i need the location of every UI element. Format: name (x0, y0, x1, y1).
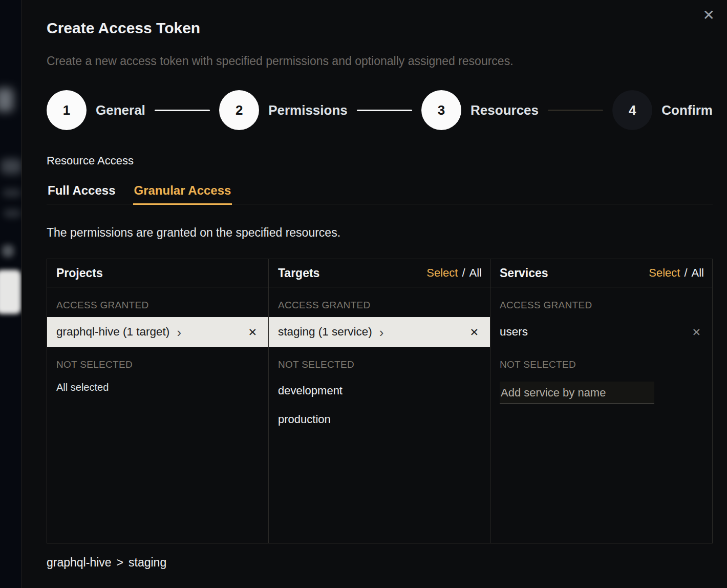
step-number-badge: 3 (421, 90, 461, 130)
targets-select-all-links: Select / All (426, 266, 482, 280)
selected-service-row[interactable]: users ✕ (490, 317, 712, 347)
slash-separator: / (684, 266, 687, 280)
breadcrumb: graphql-hive > staging (47, 556, 713, 570)
targets-all-link[interactable]: All (469, 266, 482, 280)
step-number-badge: 4 (612, 90, 652, 130)
background-blur-text (3, 188, 21, 197)
resource-access-heading: Resource Access (47, 154, 713, 168)
background-blur-text (4, 209, 21, 218)
breadcrumb-target: staging (129, 556, 166, 570)
remove-project-icon[interactable]: ✕ (247, 326, 258, 339)
access-granted-label: ACCESS GRANTED (269, 287, 490, 317)
step-confirm[interactable]: 4 Confirm (612, 90, 713, 130)
not-selected-label: NOT SELECTED (269, 347, 490, 376)
step-connector (548, 110, 603, 111)
selected-service-label: users (500, 325, 528, 339)
access-granted-label: ACCESS GRANTED (490, 287, 712, 317)
tab-granular-access[interactable]: Granular Access (133, 183, 232, 205)
projects-column: Projects ACCESS GRANTED graphql-hive (1 … (47, 259, 269, 543)
target-option-development[interactable]: development (269, 376, 490, 405)
not-selected-label: NOT SELECTED (47, 347, 268, 376)
background-blur-icon (2, 245, 14, 257)
selected-project-row[interactable]: graphql-hive (1 target) › ✕ (47, 317, 268, 347)
column-title: Projects (56, 266, 103, 280)
create-access-token-dialog: ✕ Create Access Token Create a new acces… (22, 0, 727, 588)
background-blur-text (1, 159, 22, 174)
step-label: Permissions (268, 102, 348, 118)
breadcrumb-separator: > (117, 556, 123, 570)
services-select-link[interactable]: Select (649, 266, 680, 280)
granular-access-description: The permissions are granted on the speci… (47, 225, 713, 240)
screen: ✕ Create Access Token Create a new acces… (0, 0, 727, 588)
step-general[interactable]: 1 General (47, 90, 145, 130)
step-label: General (96, 102, 145, 118)
access-tabs: Full Access Granular Access (47, 183, 713, 204)
step-number-badge: 2 (219, 90, 259, 130)
target-option-production[interactable]: production (269, 405, 490, 434)
column-title: Services (500, 266, 548, 280)
chevron-right-icon: › (379, 325, 384, 339)
background-blur-blob (0, 88, 13, 112)
selected-target-row[interactable]: staging (1 service) › ✕ (269, 317, 490, 347)
background-blur-card (0, 270, 21, 314)
selected-project-label: graphql-hive (1 target) (56, 325, 169, 339)
remove-service-icon[interactable]: ✕ (691, 326, 702, 339)
services-column-header: Services Select / All (490, 259, 712, 287)
chevron-right-icon: › (177, 325, 181, 339)
targets-column-header: Targets Select / All (269, 259, 490, 287)
all-selected-note: All selected (47, 376, 268, 393)
step-connector (155, 110, 210, 111)
services-column: Services Select / All ACCESS GRANTED use… (490, 259, 712, 543)
step-resources[interactable]: 3 Resources (421, 90, 539, 130)
step-connector (357, 110, 412, 111)
step-label: Resources (471, 102, 539, 118)
dialog-subtitle: Create a new access token with specified… (47, 53, 713, 69)
step-label: Confirm (661, 102, 713, 118)
step-number-badge: 1 (47, 90, 87, 130)
not-selected-label: NOT SELECTED (490, 347, 712, 376)
targets-select-link[interactable]: Select (426, 266, 458, 280)
slash-separator: / (462, 266, 465, 280)
projects-column-header: Projects (47, 259, 268, 287)
targets-column: Targets Select / All ACCESS GRANTED stag… (269, 259, 490, 543)
services-select-all-links: Select / All (649, 266, 704, 280)
resource-selection-table: Projects ACCESS GRANTED graphql-hive (1 … (47, 259, 713, 543)
breadcrumb-project: graphql-hive (47, 556, 112, 570)
services-all-link[interactable]: All (692, 266, 704, 280)
dialog-title: Create Access Token (47, 18, 713, 38)
close-icon[interactable]: ✕ (701, 6, 717, 25)
step-permissions[interactable]: 2 Permissions (219, 90, 348, 130)
access-granted-label: ACCESS GRANTED (47, 287, 268, 317)
column-title: Targets (278, 266, 319, 280)
remove-target-icon[interactable]: ✕ (468, 326, 480, 339)
wizard-stepper: 1 General 2 Permissions 3 Resources 4 Co… (47, 90, 713, 130)
selected-target-label: staging (1 service) (278, 325, 372, 339)
add-service-input[interactable] (500, 382, 654, 404)
background-page (0, 0, 22, 588)
tab-full-access[interactable]: Full Access (47, 183, 117, 205)
